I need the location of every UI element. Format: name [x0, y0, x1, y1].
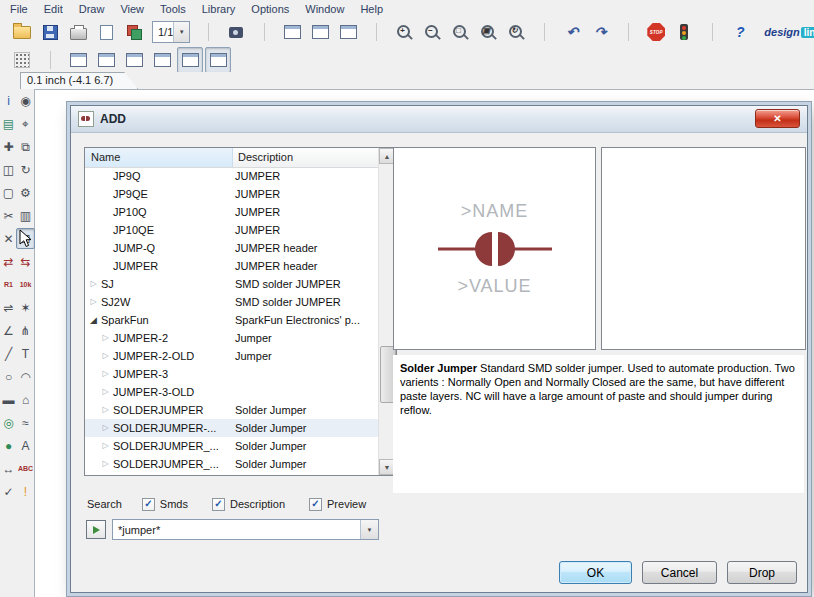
use-library-button[interactable] — [223, 19, 249, 45]
add-filter-icon[interactable] — [86, 520, 106, 539]
attribute-tool[interactable]: ABC — [16, 458, 35, 479]
polygon-tool[interactable]: ⌂ — [16, 389, 35, 410]
pane-layout-3[interactable] — [121, 47, 147, 73]
pane-layout-4[interactable] — [149, 47, 175, 73]
filter-checkbox[interactable]: ✓ Description — [212, 498, 285, 511]
table-row[interactable]: ▷◢ JUMPER-3-OLD — [85, 383, 379, 401]
smash-tool[interactable]: ✶ — [16, 297, 35, 318]
mark-tool[interactable]: ⌖ — [16, 113, 35, 134]
tree-expander-icon[interactable]: ▷◢ — [100, 370, 111, 378]
table-row[interactable]: ▷◢ JUMPER-2 Jumper — [85, 329, 379, 347]
tree-expander-icon[interactable]: ▷◢ — [100, 406, 111, 414]
checkbox-box[interactable]: ✓ — [212, 498, 225, 511]
value-tool[interactable]: 10k — [16, 274, 35, 295]
layer-settings-button[interactable] — [121, 19, 147, 45]
copy-tool[interactable]: ⧉ — [16, 136, 35, 157]
save-button[interactable] — [37, 19, 63, 45]
ok-button[interactable]: OK — [559, 561, 632, 584]
pane-right-button[interactable] — [335, 19, 361, 45]
pane-layout-1[interactable] — [65, 47, 91, 73]
zoom-out-button[interactable]: − — [419, 19, 445, 45]
table-row[interactable]: ▷◢ SJ SMD solder JUMPER — [85, 275, 379, 293]
errors-tool[interactable]: ! — [16, 481, 35, 502]
filter-checkbox[interactable]: ✓ Preview — [309, 498, 366, 511]
dropdown-arrow-icon[interactable]: ▼ — [173, 22, 189, 42]
paste-tool[interactable]: ▥ — [16, 205, 35, 226]
table-row[interactable]: ▷◢ SJ2W SMD solder JUMPER — [85, 293, 379, 311]
table-row[interactable]: ▷◢ SOLDERJUMPER_... Solder Jumper — [85, 455, 379, 473]
table-row[interactable]: ▷◢ JUMP-Q JUMPER header — [85, 239, 379, 257]
tree-expander-icon[interactable]: ▷◢ — [88, 280, 99, 288]
zoom-fit-button[interactable]: □ — [447, 19, 473, 45]
table-row[interactable]: ▷◢ JUMPER JUMPER header — [85, 257, 379, 275]
menu-edit[interactable]: Edit — [36, 2, 71, 16]
menu-draw[interactable]: Draw — [71, 2, 113, 16]
table-row[interactable]: ▷◢ JP9Q JUMPER — [85, 167, 379, 185]
print-button[interactable] — [65, 19, 91, 45]
tree-expander-icon[interactable]: ▷◢ — [100, 388, 111, 396]
menu-view[interactable]: View — [112, 2, 152, 16]
menu-help[interactable]: Help — [352, 2, 391, 16]
help-button[interactable]: ? — [727, 19, 753, 45]
undo-button[interactable]: ↶ — [559, 19, 585, 45]
checkbox-box[interactable]: ✓ — [142, 498, 155, 511]
tree-expander-icon[interactable]: ▷◢ — [88, 298, 99, 306]
table-row[interactable]: ▷◢ SOLDERJUMPER-... Solder Jumper — [85, 419, 379, 437]
signal-tool[interactable]: ≈ — [16, 412, 35, 433]
close-button[interactable]: ✕ — [755, 109, 800, 128]
tree-expander-icon[interactable]: ▷◢ — [100, 460, 111, 468]
filter-checkbox[interactable]: ✓ Smds — [142, 498, 188, 511]
menu-file[interactable]: File — [2, 2, 36, 16]
toolbar-icon: ↷ — [594, 24, 606, 40]
toolbar-icon: − — [424, 24, 441, 41]
table-row[interactable]: ▷◢ JP10QE JUMPER — [85, 221, 379, 239]
description-column-header[interactable]: Description — [233, 148, 379, 167]
export-button[interactable] — [93, 19, 119, 45]
cancel-button[interactable]: Cancel — [642, 561, 717, 584]
split-tool[interactable]: ⋔ — [16, 320, 35, 341]
table-row[interactable]: ▷◢ JUMPER-3 — [85, 365, 379, 383]
search-filter-combo[interactable]: *jumper* ▼ — [112, 519, 379, 540]
menu-tools[interactable]: Tools — [152, 2, 194, 16]
dialog-titlebar[interactable]: ADD ✕ — [71, 106, 807, 133]
tree-expander-icon[interactable]: ▷◢ — [100, 442, 111, 450]
pane-layout-6[interactable] — [205, 47, 231, 73]
change-tool[interactable]: ⚙ — [16, 182, 35, 203]
table-row[interactable]: ▷◢ SOLDERJUMPER_... Solder Jumper — [85, 437, 379, 455]
drop-button[interactable]: Drop — [727, 561, 797, 584]
menu-library[interactable]: Library — [194, 2, 244, 16]
layer-select-combo[interactable]: 1/1 ▼ — [152, 21, 190, 43]
tree-expander-icon[interactable]: ▷◢ — [100, 352, 111, 360]
tree-expander-icon[interactable]: ▷◢ — [100, 334, 111, 342]
table-row[interactable]: ▷◢ JP10Q JUMPER — [85, 203, 379, 221]
dropdown-arrow-icon[interactable]: ▼ — [360, 520, 378, 539]
menu-options[interactable]: Options — [243, 2, 297, 16]
pane-left-button[interactable] — [279, 19, 305, 45]
label-tool[interactable]: A — [16, 435, 35, 456]
pane-layout-5[interactable] — [177, 47, 203, 73]
open-button[interactable] — [9, 19, 35, 45]
rotate-tool[interactable]: ↻ — [16, 159, 35, 180]
stop-button[interactable]: STOP — [643, 19, 669, 45]
checkbox-box[interactable]: ✓ — [309, 498, 322, 511]
table-row[interactable]: ▷◢ JUMPER-2-OLD Jumper — [85, 347, 379, 365]
pane-both-button[interactable] — [307, 19, 333, 45]
gateswap-tool[interactable]: ⇆ — [16, 251, 35, 272]
table-row[interactable]: ▷◢ SOLDERJUMPER Solder Jumper — [85, 401, 379, 419]
tree-expander-icon[interactable]: ▷◢ — [88, 316, 99, 325]
text-tool[interactable]: T — [16, 343, 35, 364]
arc-tool[interactable]: ◠ — [16, 366, 35, 387]
pane-layout-2[interactable] — [93, 47, 119, 73]
show-tool[interactable]: ◉ — [16, 90, 35, 111]
redo-button[interactable]: ↷ — [587, 19, 613, 45]
name-column-header[interactable]: Name — [85, 148, 233, 167]
table-row[interactable]: ▷◢ SparkFun SparkFun Electronics' p... — [85, 311, 379, 329]
tree-expander-icon[interactable]: ▷◢ — [100, 424, 111, 432]
zoom-redraw-button[interactable]: ↻ — [503, 19, 529, 45]
menu-window[interactable]: Window — [297, 2, 352, 16]
zoom-in-button[interactable]: + — [391, 19, 417, 45]
table-row[interactable]: ▷◢ JP9QE JUMPER — [85, 185, 379, 203]
zoom-select-button[interactable]: ▣ — [475, 19, 501, 45]
traffic-light-button[interactable] — [671, 19, 697, 45]
grid-dots-button[interactable] — [9, 47, 35, 73]
